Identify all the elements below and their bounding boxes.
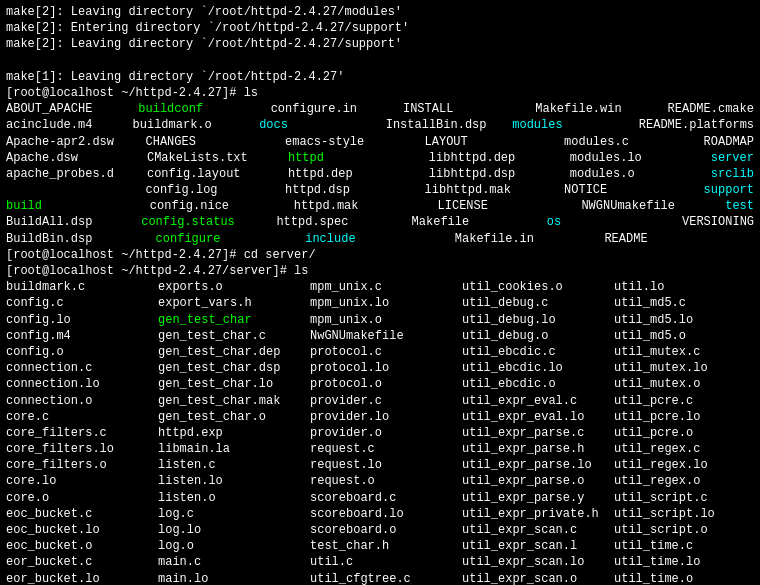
ls-output-server: buildmark.cexports.ompm_unix.cutil_cooki… [6,279,754,295]
ls-output-server: eoc_bucket.lolog.loscoreboard.outil_expr… [6,522,754,538]
terminal-line: make[2]: Leaving directory `/root/httpd-… [6,36,754,52]
terminal-line: [root@localhost ~/httpd-2.4.27]# ls [6,85,754,101]
ls-output-root: acinclude.m4buildmark.odocsInstallBin.ds… [6,117,754,133]
ls-output-server: eoc_bucket.clog.cscoreboard.loutil_expr_… [6,506,754,522]
ls-output-server: connection.cgen_test_char.dspprotocol.lo… [6,360,754,376]
ls-output-root: BuildAll.dspconfig.statushttpd.specMakef… [6,214,754,230]
ls-output-server: eor_bucket.lomain.loutil_cfgtree.cutil_e… [6,571,754,585]
terminal-line: make[2]: Entering directory `/root/httpd… [6,20,754,36]
ls-output-server: core_filters.chttpd.expprovider.outil_ex… [6,425,754,441]
terminal-line: [root@localhost ~/httpd-2.4.27]# cd serv… [6,247,754,263]
ls-output-server: core_filters.lolibmain.larequest.cutil_e… [6,441,754,457]
ls-output-server: config.logen_test_charmpm_unix.outil_deb… [6,312,754,328]
ls-output-server: connection.ogen_test_char.makprovider.cu… [6,393,754,409]
ls-output-root: ABOUT_APACHEbuildconfconfigure.inINSTALL… [6,101,754,117]
terminal-line: make[1]: Leaving directory `/root/httpd-… [6,69,754,85]
ls-output-server: core.olisten.oscoreboard.cutil_expr_pars… [6,490,754,506]
ls-output-root: Apache-apr2.dswCHANGESemacs-styleLAYOUTm… [6,134,754,150]
ls-output-server: config.m4gen_test_char.cNwGNUmakefileuti… [6,328,754,344]
ls-output-server: config.cexport_vars.hmpm_unix.loutil_deb… [6,295,754,311]
ls-output-server: core.cgen_test_char.oprovider.loutil_exp… [6,409,754,425]
ls-output-server: core.lolisten.lorequest.outil_expr_parse… [6,473,754,489]
terminal-window: make[2]: Leaving directory `/root/httpd-… [0,0,760,585]
ls-output-root: buildconfig.nicehttpd.makLICENSENWGNUmak… [6,198,754,214]
ls-output-root: config.loghttpd.dsplibhttpd.makNOTICEsup… [6,182,754,198]
terminal-line: make[2]: Leaving directory `/root/httpd-… [6,4,754,20]
ls-output-server: eor_bucket.cmain.cutil.cutil_expr_scan.l… [6,554,754,570]
ls-output-server: eoc_bucket.olog.otest_char.hutil_expr_sc… [6,538,754,554]
terminal-line: [root@localhost ~/httpd-2.4.27/server]# … [6,263,754,279]
ls-output-root: Apache.dswCMakeLists.txthttpdlibhttpd.de… [6,150,754,166]
ls-output-server: connection.logen_test_char.loprotocol.ou… [6,376,754,392]
ls-output-server: config.ogen_test_char.depprotocol.cutil_… [6,344,754,360]
ls-output-server: core_filters.olisten.crequest.loutil_exp… [6,457,754,473]
ls-output-root: apache_probes.dconfig.layouthttpd.deplib… [6,166,754,182]
ls-output-root: BuildBin.dspconfigureincludeMakefile.inR… [6,231,754,247]
terminal-line [6,53,754,69]
